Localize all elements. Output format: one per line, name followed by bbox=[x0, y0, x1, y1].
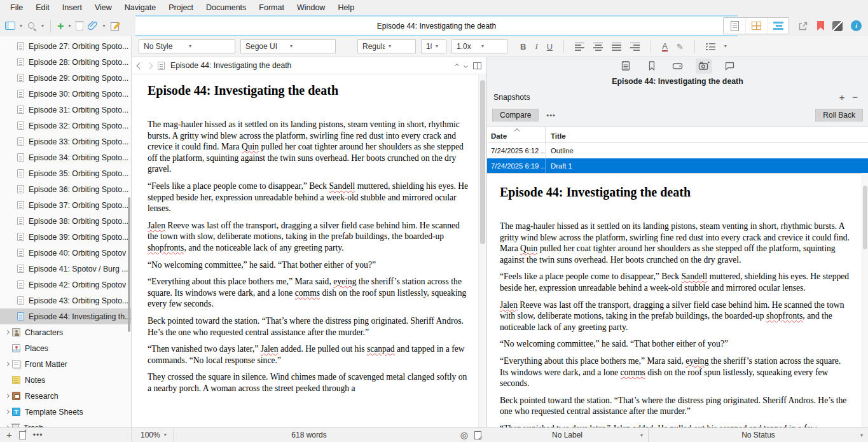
comments-tab-icon[interactable] bbox=[722, 59, 738, 74]
italic-button[interactable]: I bbox=[535, 41, 537, 52]
forward-icon[interactable] bbox=[147, 62, 153, 69]
menu-documents[interactable]: Documents bbox=[200, 0, 252, 15]
menu-format[interactable]: Format bbox=[252, 0, 291, 15]
split-editor-icon[interactable] bbox=[473, 62, 481, 69]
editor-scrollbar-thumb[interactable] bbox=[480, 80, 485, 244]
binder-item[interactable]: Episode 41: Spotov / Burg ... bbox=[0, 261, 131, 277]
menu-insert[interactable]: Insert bbox=[56, 0, 88, 15]
editor-scrollbar[interactable] bbox=[478, 75, 486, 427]
binder-item-places[interactable]: Places bbox=[0, 340, 131, 356]
binder-item[interactable]: Episode 37: Orbiting Spoto... bbox=[0, 197, 131, 213]
page-check-icon[interactable] bbox=[474, 431, 481, 439]
attach-icon[interactable] bbox=[88, 20, 99, 31]
expand-chevron-icon[interactable] bbox=[4, 394, 10, 397]
style-select[interactable]: No Style▾ bbox=[139, 39, 235, 53]
font-color-icon[interactable]: A bbox=[662, 42, 668, 52]
preview-scrollbar[interactable] bbox=[862, 173, 868, 427]
add-item-icon[interactable]: + bbox=[57, 22, 64, 31]
trash-icon[interactable] bbox=[76, 23, 83, 31]
binder-item[interactable]: Episode 28: Orbiting Spoto... bbox=[0, 54, 131, 70]
preview-scrollbar-thumb[interactable] bbox=[863, 186, 867, 249]
title-column-header[interactable]: Title bbox=[546, 127, 868, 142]
line-spacing-select[interactable]: 1.0x▾ bbox=[451, 39, 507, 53]
outline-view-icon[interactable] bbox=[767, 18, 789, 34]
attach-dropdown-icon[interactable]: ▾ bbox=[103, 24, 106, 29]
compose-mode-icon[interactable] bbox=[832, 21, 843, 31]
align-right-icon[interactable] bbox=[630, 43, 640, 51]
label-select[interactable]: No Label▾ bbox=[486, 428, 649, 442]
font-select[interactable]: Segoe UI▾ bbox=[240, 39, 336, 53]
document-view-icon[interactable] bbox=[724, 18, 745, 34]
add-page-icon[interactable] bbox=[19, 431, 26, 439]
info-icon[interactable]: i bbox=[851, 20, 862, 31]
binder-item-research[interactable]: Research bbox=[0, 388, 131, 404]
roll-back-button[interactable]: Roll Back bbox=[815, 109, 863, 121]
add-document-icon[interactable]: + bbox=[6, 431, 12, 439]
next-document-icon[interactable] bbox=[464, 63, 468, 67]
font-weight-select[interactable]: Regular▾ bbox=[357, 39, 416, 53]
compare-button[interactable]: Compare bbox=[492, 109, 539, 121]
menu-navigate[interactable]: Navigate bbox=[118, 0, 162, 15]
binder-item[interactable]: Episode 39: Orbiting Spoto... bbox=[0, 229, 131, 245]
back-icon[interactable] bbox=[137, 62, 143, 69]
synopsis-tab-icon[interactable] bbox=[617, 59, 634, 74]
binder-item-notes[interactable]: Notes bbox=[0, 372, 131, 388]
underline-button[interactable]: U bbox=[547, 42, 553, 52]
snapshot-preview[interactable]: Episode 44: Investigating the death The … bbox=[487, 173, 868, 427]
snapshot-more-button[interactable]: ••• bbox=[546, 111, 556, 119]
snapshot-row[interactable]: 7/24/2025 6:19 ...Draft 1 bbox=[487, 158, 868, 174]
editor-text-area[interactable]: Episode 44: Investigating the death The … bbox=[132, 75, 478, 427]
snapshot-row[interactable]: 7/24/2025 6:12 ...Outline bbox=[487, 143, 868, 158]
previous-document-icon[interactable] bbox=[455, 63, 459, 67]
corkboard-view-icon[interactable] bbox=[745, 18, 767, 34]
list-dropdown-icon[interactable]: ▾ bbox=[724, 44, 727, 49]
menu-file[interactable]: File bbox=[4, 0, 29, 15]
expand-chevron-icon[interactable] bbox=[4, 331, 10, 334]
binder-item[interactable]: Episode 36: Orbiting Spoto... bbox=[0, 181, 131, 197]
binder-item[interactable]: Episode 31: Orbiting Spoto... bbox=[0, 102, 131, 118]
binder-item[interactable]: Episode 40: Orbiting Spotov bbox=[0, 245, 131, 261]
date-column-header[interactable]: Date bbox=[487, 127, 546, 142]
binder-item[interactable]: Episode 30: Orbiting Spoto... bbox=[0, 86, 131, 102]
binder-toggle-icon[interactable] bbox=[5, 22, 15, 30]
align-center-icon[interactable] bbox=[593, 43, 603, 51]
binder-item[interactable]: Episode 32: Orbiting Spoto... bbox=[0, 118, 131, 134]
quick-note-icon[interactable] bbox=[110, 20, 121, 31]
align-left-icon[interactable] bbox=[575, 43, 584, 51]
snapshots-tab-icon[interactable] bbox=[696, 59, 712, 74]
binder-item-front-matter[interactable]: Front Matter bbox=[0, 356, 131, 372]
binder-item[interactable]: Episode 34: Orbiting Spoto... bbox=[0, 149, 131, 165]
menu-project[interactable]: Project bbox=[162, 0, 200, 15]
binder-item[interactable]: Episode 35: Orbiting Spoto... bbox=[0, 165, 131, 181]
zoom-select[interactable]: 100%▾ bbox=[132, 428, 174, 442]
binder-item-trash[interactable]: Trash bbox=[0, 420, 131, 427]
search-icon[interactable] bbox=[27, 21, 37, 31]
justify-icon[interactable] bbox=[612, 43, 621, 51]
highlight-icon[interactable]: ✎ bbox=[677, 42, 684, 52]
metadata-tab-icon[interactable] bbox=[670, 59, 686, 74]
binder-item-characters[interactable]: Characters bbox=[0, 324, 131, 340]
menu-window[interactable]: Window bbox=[291, 0, 331, 15]
binder-item[interactable]: Episode 44: Investigating th... bbox=[0, 308, 131, 324]
binder-item[interactable]: Episode 38: Orbiting Spoto... bbox=[0, 213, 131, 229]
target-icon[interactable]: ◎ bbox=[460, 431, 468, 439]
menu-edit[interactable]: Edit bbox=[29, 0, 56, 15]
menu-help[interactable]: Help bbox=[331, 0, 361, 15]
add-item-dropdown-icon[interactable]: ▾ bbox=[69, 24, 71, 29]
bookmarks-tab-icon[interactable] bbox=[644, 59, 660, 74]
expand-chevron-icon[interactable] bbox=[4, 410, 10, 413]
binder-item[interactable]: Episode 42: Orbiting Spotov bbox=[0, 277, 131, 293]
binder-toggle-dropdown-icon[interactable]: ▾ bbox=[20, 24, 22, 29]
search-dropdown-icon[interactable]: ▾ bbox=[41, 24, 44, 29]
binder-scrollbar-thumb[interactable] bbox=[128, 197, 130, 332]
binder-item[interactable]: Episode 29: Orbiting Spoto... bbox=[0, 70, 131, 86]
menu-view[interactable]: View bbox=[88, 0, 118, 15]
status-select[interactable]: No Status▾ bbox=[649, 428, 868, 442]
add-snapshot-icon[interactable]: + bbox=[835, 93, 848, 102]
expand-chevron-icon[interactable] bbox=[4, 363, 10, 366]
binder-item[interactable]: Episode 27: Orbiting Spoto... bbox=[0, 38, 131, 54]
list-icon[interactable] bbox=[706, 43, 715, 50]
delete-snapshot-icon[interactable]: − bbox=[848, 93, 862, 102]
binder-item-template-sheets[interactable]: Template Sheets bbox=[0, 404, 131, 420]
document-title-bar[interactable]: Episode 44: Investigating the death bbox=[135, 15, 738, 36]
